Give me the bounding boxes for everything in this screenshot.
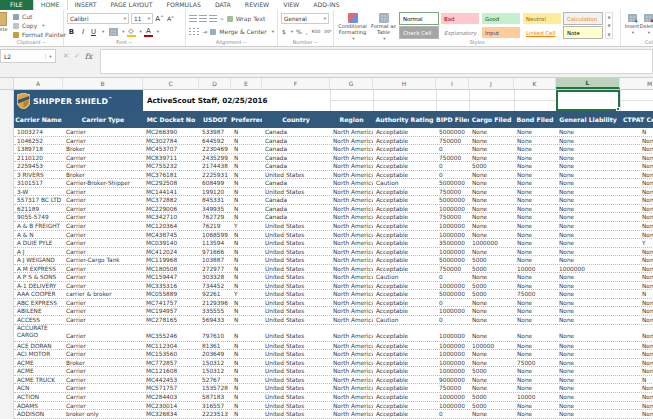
table-cell[interactable]: None <box>469 316 514 324</box>
table-cell[interactable]: Canada <box>262 213 330 221</box>
table-cell[interactable]: North America <box>330 231 373 239</box>
table-cell[interactable]: 75000 <box>514 359 556 367</box>
column-letter-C[interactable]: C <box>143 78 199 89</box>
table-cell[interactable]: Acceptable <box>373 239 436 247</box>
table-cell[interactable]: None <box>514 307 556 315</box>
indent-icon[interactable]: ⇥ <box>201 28 208 35</box>
table-cell[interactable]: United States <box>262 248 330 256</box>
table-cell[interactable]: 1000000 <box>436 359 469 367</box>
table-cell[interactable]: 150312 <box>199 367 231 375</box>
table-cell[interactable]: None <box>514 248 556 256</box>
select-all-corner[interactable] <box>0 78 14 89</box>
cell-style-neutral[interactable]: Neutral <box>522 12 562 25</box>
table-cell[interactable]: 75000 <box>514 290 556 298</box>
table-cell[interactable]: Y <box>231 222 262 230</box>
decrease-decimal-icon[interactable]: 00⁰ <box>323 29 333 34</box>
table-cell[interactable]: None <box>469 213 514 221</box>
table-cell[interactable]: None <box>556 256 620 264</box>
table-cell[interactable]: Carrier <box>63 350 143 358</box>
table-cell[interactable]: 199120 <box>199 188 231 196</box>
align-left-icon[interactable] <box>189 28 191 35</box>
table-cell[interactable]: A P S & SONS <box>14 273 63 281</box>
table-cell[interactable]: United States <box>262 325 330 341</box>
table-cell[interactable]: 92261 <box>199 290 231 298</box>
table-cell[interactable]: 5000000 <box>436 179 469 187</box>
table-cell[interactable]: Canada <box>262 179 330 187</box>
table-cell[interactable]: MC039140 <box>143 239 199 247</box>
table-cell[interactable]: None <box>556 231 620 239</box>
table-cell[interactable]: 1068599 <box>199 231 231 239</box>
column-letter-A[interactable]: A <box>14 78 63 89</box>
table-cell[interactable]: North America <box>330 188 373 196</box>
table-cell[interactable]: Acceptable <box>373 256 436 264</box>
table-cell[interactable]: N <box>231 376 262 384</box>
insert-function-icon[interactable]: fx <box>85 52 92 61</box>
table-cell[interactable]: MC453707 <box>143 145 199 153</box>
header-cell-bipd-filed[interactable]: BIPD Filed <box>436 111 469 128</box>
column-letter-K[interactable]: K <box>514 78 556 89</box>
table-cell[interactable]: 5000 <box>469 367 514 375</box>
column-letter-D[interactable]: D <box>199 78 231 89</box>
table-cell[interactable]: None <box>514 342 556 350</box>
table-cell[interactable]: 10000 <box>514 265 556 273</box>
table-cell[interactable]: None <box>620 231 653 239</box>
table-cell[interactable]: ACCESS <box>14 316 63 324</box>
header-cell-country[interactable]: Country <box>262 111 330 128</box>
table-cell[interactable]: Canada <box>262 154 330 162</box>
table-cell[interactable]: None <box>556 376 620 384</box>
table-cell[interactable]: None <box>620 265 653 273</box>
table-cell[interactable]: A-1 DELIVERY <box>14 282 63 290</box>
table-cell[interactable]: None <box>556 188 620 196</box>
table-cell[interactable]: None <box>514 171 556 179</box>
table-cell[interactable]: North America <box>330 282 373 290</box>
table-cell[interactable]: ADDISON <box>14 410 63 418</box>
table-cell[interactable]: Acceptable <box>373 137 436 145</box>
decrease-font-icon[interactable]: A˅ <box>166 15 175 22</box>
table-cell[interactable]: North America <box>330 393 373 401</box>
table-cell[interactable]: Broker <box>63 145 143 153</box>
table-cell[interactable]: N <box>231 128 262 136</box>
table-cell[interactable]: None <box>514 282 556 290</box>
table-cell[interactable]: N <box>231 316 262 324</box>
table-cell[interactable]: 1000000 <box>436 205 469 213</box>
header-cell-carrier-type[interactable]: Carrier Type <box>63 111 143 128</box>
table-cell[interactable]: None <box>556 359 620 367</box>
report-title-cell[interactable]: ActiveScout Staff, 02/25/2016 <box>143 90 330 111</box>
table-cell[interactable]: 76219 <box>199 222 231 230</box>
table-cell[interactable]: Carrier <box>63 128 143 136</box>
table-cell[interactable]: None <box>514 162 556 170</box>
table-cell[interactable]: Canada <box>262 137 330 145</box>
table-cell[interactable]: ACE DORAN <box>14 342 63 350</box>
table-cell[interactable]: A J <box>14 248 63 256</box>
table-cell[interactable]: 1003274 <box>14 128 63 136</box>
header-cell-cargo-filed[interactable]: Cargo Filed <box>469 111 514 128</box>
header-cell-region[interactable]: Region <box>330 111 373 128</box>
table-cell[interactable]: None <box>469 179 514 187</box>
table-cell[interactable]: N <box>231 410 262 418</box>
ribbon-tab-file[interactable]: FILE <box>0 0 33 10</box>
table-cell[interactable]: None <box>620 325 653 341</box>
gallery-scroll-up-icon[interactable]: ▲ <box>607 14 610 19</box>
table-cell[interactable]: A & N <box>14 231 63 239</box>
table-cell[interactable]: None <box>556 205 620 213</box>
selected-cell[interactable] <box>556 90 620 111</box>
table-cell[interactable]: Carrier <box>63 376 143 384</box>
table-cell[interactable]: 2129396 <box>199 299 231 307</box>
table-cell[interactable]: None <box>620 171 653 179</box>
table-cell[interactable]: 316557 <box>199 402 231 410</box>
table-cell[interactable]: 10000 <box>514 393 556 401</box>
table-cell[interactable]: North America <box>330 402 373 410</box>
table-cell[interactable]: A M EXPRESS <box>14 265 63 273</box>
table-cell[interactable]: None <box>556 213 620 221</box>
table-cell[interactable]: Acceptable <box>373 162 436 170</box>
table-cell[interactable]: 750000 <box>436 213 469 221</box>
table-cell[interactable]: N <box>231 350 262 358</box>
table-cell[interactable]: United States <box>262 342 330 350</box>
table-cell[interactable]: None <box>556 410 620 418</box>
table-cell[interactable]: broker only <box>63 410 143 418</box>
ribbon-tab-formulas[interactable]: FORMULAS <box>160 0 208 10</box>
table-cell[interactable]: Acceptable <box>373 222 436 230</box>
header-cell-usdot[interactable]: USDOT <box>199 111 231 128</box>
table-cell[interactable]: N <box>231 248 262 256</box>
table-cell[interactable]: MC284403 <box>143 393 199 401</box>
